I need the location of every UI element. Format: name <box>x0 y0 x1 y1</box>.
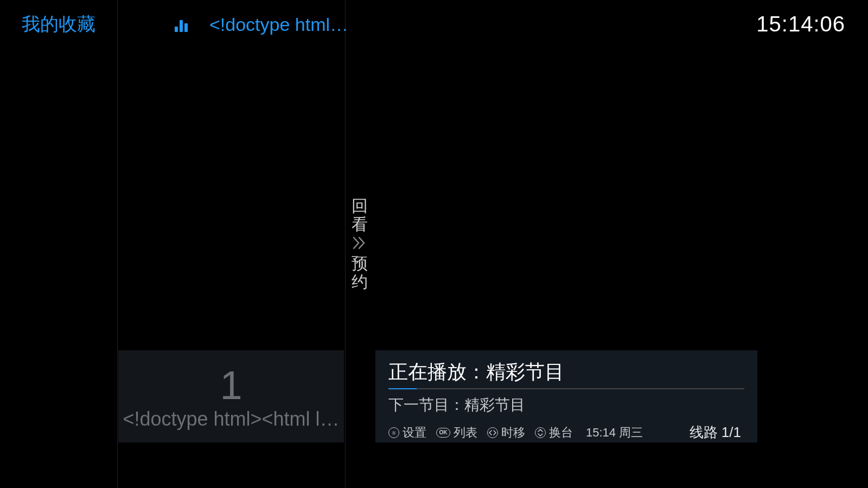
replay-reserve-panel[interactable]: 回看 预约 <box>352 197 368 291</box>
switch-hint[interactable]: 换台 <box>535 425 573 441</box>
progress-fill <box>388 388 417 389</box>
next-playing-prefix: 下一节目： <box>388 396 464 413</box>
menu-key-icon: ≡ <box>388 427 399 438</box>
channel-name: <!doctype html><html l… <box>123 408 340 431</box>
line-info[interactable]: 线路 1/1 <box>690 423 744 442</box>
now-playing-prefix: 正在播放： <box>388 361 486 383</box>
list-hint[interactable]: OK 列表 <box>436 425 477 441</box>
equalizer-icon <box>175 17 188 32</box>
settings-hint[interactable]: ≡ 设置 <box>388 425 426 441</box>
channel-number: 1 <box>220 365 242 406</box>
current-channel-title[interactable]: <!doctype html… <box>209 14 348 35</box>
settings-label: 设置 <box>403 425 426 441</box>
timeshift-hint[interactable]: 时移 <box>487 425 525 441</box>
datetime-short: 15:14 周三 <box>586 425 643 441</box>
progress-track[interactable] <box>388 388 744 389</box>
left-right-key-icon <box>487 427 498 438</box>
ok-key-icon: OK <box>436 428 450 438</box>
channel-preview-box[interactable]: 1 <!doctype html><html l… <box>118 350 344 442</box>
timeshift-label: 时移 <box>501 425 525 441</box>
clock: 15:14:06 <box>756 12 845 36</box>
next-playing-title: 精彩节目 <box>464 396 525 413</box>
replay-label[interactable]: 回看 <box>352 197 368 234</box>
now-playing-panel: 正在播放：精彩节目 下一节目：精彩节目 ≡ 设置 OK 列表 时移 换台 15:… <box>375 350 757 442</box>
vertical-divider-mid <box>345 0 346 488</box>
list-label: 列表 <box>454 425 477 441</box>
chevron-right-double-icon <box>352 236 368 250</box>
top-bar: 我的收藏 <!doctype html… <box>0 0 868 49</box>
favorites-label[interactable]: 我的收藏 <box>22 12 95 37</box>
now-playing-title: 精彩节目 <box>486 361 564 383</box>
controls-row: ≡ 设置 OK 列表 时移 换台 15:14 周三 线路 1/1 <box>388 423 744 442</box>
next-playing-line: 下一节目：精彩节目 <box>388 395 744 415</box>
now-playing-line: 正在播放：精彩节目 <box>388 360 744 387</box>
up-down-key-icon <box>535 427 546 438</box>
reserve-label[interactable]: 预约 <box>352 254 368 291</box>
switch-label: 换台 <box>549 425 573 441</box>
vertical-divider-left <box>117 0 118 488</box>
